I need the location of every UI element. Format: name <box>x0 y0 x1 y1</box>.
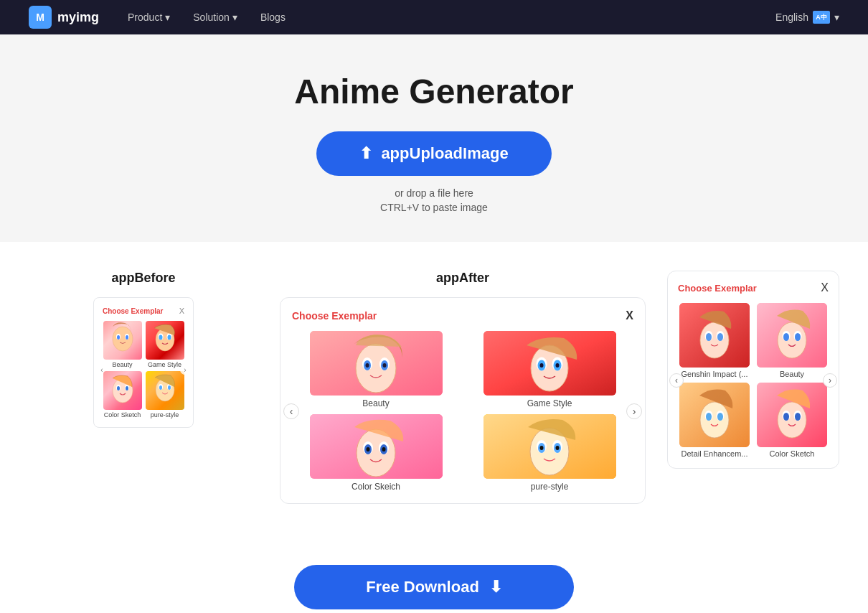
svg-point-65 <box>700 402 729 438</box>
list-item[interactable]: Color Sketch <box>103 371 142 418</box>
svg-point-51 <box>555 446 559 450</box>
right-label-detail: Detail Enhancem... <box>681 449 748 458</box>
svg-point-50 <box>539 446 543 450</box>
before-label-sketch: Color Sketch <box>104 411 141 418</box>
language-icon: A中 <box>813 11 830 24</box>
right-exemplar-panel: Choose Exemplar X ‹ <box>667 271 839 469</box>
svg-point-71 <box>778 402 806 438</box>
language-selector[interactable]: English A中 ▾ <box>775 11 839 24</box>
after-exemplar-picker: Choose Exemplar X ‹ <box>280 297 646 504</box>
download-icon: ⬇ <box>489 578 502 596</box>
after-thumb-grid: ‹ <box>292 331 633 492</box>
list-item[interactable]: Detail Enhancem... <box>678 383 751 458</box>
svg-point-27 <box>382 363 386 368</box>
list-item[interactable]: Color Skeich <box>292 414 460 492</box>
list-item[interactable]: Game Style <box>145 321 184 368</box>
after-choose-text: Choose Exemplar <box>292 310 377 322</box>
before-thumb-pure[interactable] <box>146 371 184 410</box>
right-thumb-beauty[interactable] <box>757 303 827 368</box>
after-label-pure: pure-style <box>531 482 569 492</box>
before-picker-header: Choose Exemplar X <box>103 306 184 315</box>
svg-point-9 <box>167 335 171 340</box>
right-thumb-color-sketch[interactable] <box>757 383 827 447</box>
before-nav-right[interactable]: › <box>180 365 190 375</box>
right-thumb-detail[interactable] <box>679 383 750 447</box>
svg-point-69 <box>717 413 723 421</box>
before-choose-text: Choose Exemplar <box>103 307 163 315</box>
after-close-button[interactable]: X <box>626 309 633 322</box>
before-label-game: Game Style <box>148 361 181 368</box>
right-nav-right[interactable]: › <box>823 373 837 388</box>
svg-point-68 <box>706 413 712 421</box>
right-close-button[interactable]: X <box>821 281 829 294</box>
svg-point-63 <box>795 333 801 341</box>
svg-point-0 <box>113 327 133 351</box>
before-thumb-sketch[interactable] <box>103 371 142 410</box>
svg-point-4 <box>126 335 128 340</box>
free-download-button[interactable]: Free Download ⬇ <box>294 565 574 609</box>
after-thumb-sketch[interactable] <box>310 414 443 479</box>
logo-icon: M <box>29 6 52 29</box>
list-item[interactable]: Genshin Impact (... <box>678 303 751 378</box>
right-label-color-sketch: Color Sketch <box>770 449 815 458</box>
nav-solution[interactable]: Solution ▾ <box>193 11 237 23</box>
list-item[interactable]: Color Sketch <box>755 383 829 458</box>
list-item[interactable]: pure-style <box>145 371 184 418</box>
svg-point-57 <box>717 333 723 341</box>
right-thumb-grid: ‹ <box>678 303 829 458</box>
after-section: appAfter Choose Exemplar X ‹ <box>280 271 646 504</box>
list-item[interactable]: pure-style <box>466 414 633 492</box>
after-thumb-game[interactable] <box>483 331 616 396</box>
list-item[interactable]: Beauty <box>292 331 460 408</box>
before-thumb-grid: ‹ Beauty <box>103 321 184 418</box>
drop-file-text: or drop a file here <box>395 187 473 199</box>
after-label: appAfter <box>280 271 646 286</box>
chevron-down-icon: ▾ <box>165 11 170 23</box>
svg-point-56 <box>706 333 712 341</box>
svg-point-74 <box>783 413 789 421</box>
after-label-sketch: Color Skeich <box>352 482 400 492</box>
after-nav-left[interactable]: ‹ <box>283 403 299 419</box>
after-nav-right[interactable]: › <box>626 403 642 419</box>
before-thumb-game[interactable] <box>146 321 184 360</box>
right-nav-left[interactable]: ‹ <box>669 373 684 388</box>
svg-point-13 <box>117 386 120 390</box>
list-item[interactable]: Beauty <box>103 321 142 368</box>
svg-point-21 <box>356 344 396 393</box>
svg-point-43 <box>382 447 385 451</box>
hero-section: Anime Generator ⬆ appUploadImage or drop… <box>0 0 868 242</box>
paste-image-text: CTRL+V to paste image <box>380 202 488 213</box>
svg-point-53 <box>700 322 729 358</box>
svg-point-14 <box>126 386 128 390</box>
upload-image-button[interactable]: ⬆ appUploadImage <box>316 131 551 176</box>
nav-blogs[interactable]: Blogs <box>260 11 286 23</box>
before-exemplar-picker: Choose Exemplar X ‹ <box>93 297 194 428</box>
before-thumb-beauty[interactable] <box>103 321 142 360</box>
right-label-genshin: Genshin Impact (... <box>681 370 748 378</box>
download-area: Free Download ⬇ <box>0 551 868 613</box>
logo-area[interactable]: M myimg <box>29 6 99 29</box>
right-choose-text: Choose Exemplar <box>678 283 757 294</box>
svg-point-62 <box>783 333 789 341</box>
svg-point-26 <box>365 363 369 368</box>
after-thumb-beauty[interactable] <box>310 331 443 396</box>
before-label: appBefore <box>29 271 258 286</box>
svg-point-42 <box>366 447 369 451</box>
before-section: appBefore Choose Exemplar X ‹ <box>29 271 258 428</box>
after-picker-header: Choose Exemplar X <box>292 309 633 322</box>
chevron-down-icon: ▾ <box>834 11 839 23</box>
svg-point-8 <box>159 335 162 340</box>
before-close-button[interactable]: X <box>179 306 184 315</box>
svg-point-3 <box>117 335 120 340</box>
list-item[interactable]: Game Style <box>466 331 633 408</box>
svg-point-59 <box>778 322 806 358</box>
list-item[interactable]: Beauty <box>755 303 829 378</box>
right-thumb-genshin[interactable] <box>679 303 750 368</box>
before-label-pure: pure-style <box>151 411 179 418</box>
after-thumb-pure[interactable] <box>483 414 616 479</box>
svg-point-34 <box>539 363 543 368</box>
main-panel: appBefore Choose Exemplar X ‹ <box>0 242 868 551</box>
right-label-beauty: Beauty <box>780 370 804 378</box>
nav-product[interactable]: Product ▾ <box>128 11 170 23</box>
page-title: Anime Generator <box>294 72 573 111</box>
